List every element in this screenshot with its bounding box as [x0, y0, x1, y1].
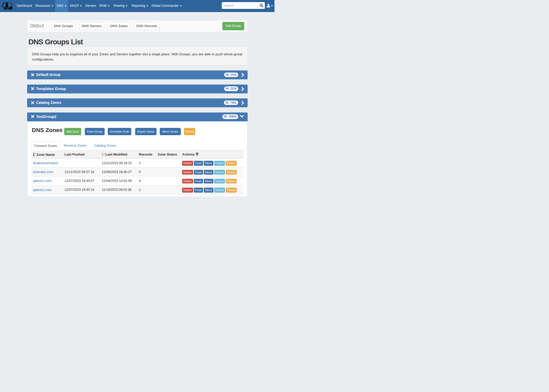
- svg-text:A: A: [34, 153, 36, 154]
- svg-text:Z: Z: [35, 155, 36, 157]
